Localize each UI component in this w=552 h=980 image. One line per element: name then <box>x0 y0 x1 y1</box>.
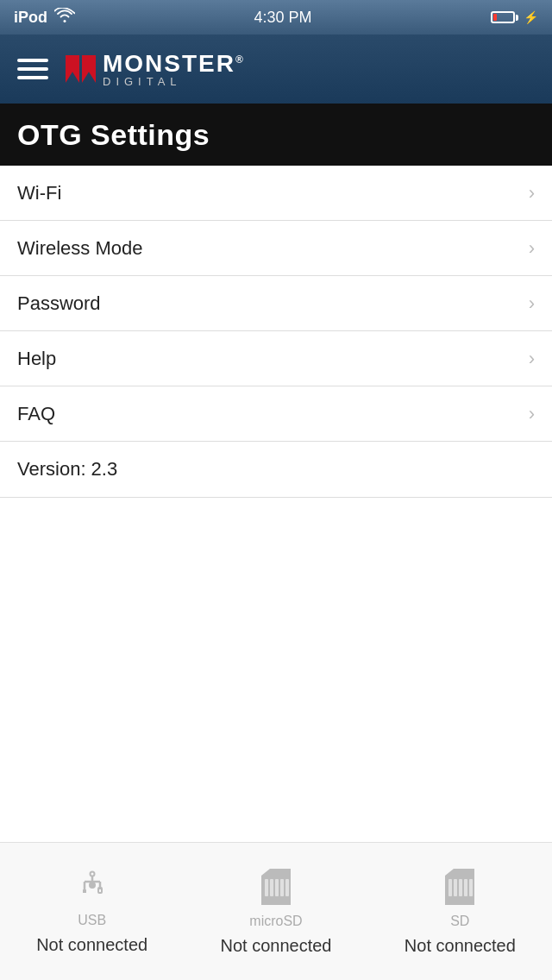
microsd-label: microSD <box>249 914 302 929</box>
chevron-right-icon: › <box>529 292 535 315</box>
settings-row-label: Help <box>17 348 56 370</box>
microsd-status-text: Not connected <box>221 936 332 956</box>
svg-rect-10 <box>275 879 279 896</box>
logo-digital: DIGITAL <box>103 76 245 87</box>
svg-rect-9 <box>270 879 273 896</box>
clock: 4:30 PM <box>254 9 311 27</box>
logo-monster: MONSTER® <box>103 52 245 76</box>
svg-point-7 <box>90 871 94 876</box>
chevron-right-icon: › <box>529 348 535 370</box>
settings-row-password[interactable]: Password› <box>0 276 552 331</box>
sd-status-item: SD Not connected <box>368 867 552 956</box>
logo: MONSTER® DIGITAL <box>66 52 245 87</box>
charging-bolt: ⚡ <box>524 10 538 24</box>
hamburger-button[interactable] <box>17 59 48 79</box>
microsd-icon <box>260 867 292 910</box>
carrier-label: iPod <box>14 9 47 27</box>
usb-icon <box>76 869 109 909</box>
settings-row-label: Wi-Fi <box>17 182 61 204</box>
sd-label: SD <box>450 914 469 929</box>
settings-row-label: Password <box>17 292 101 315</box>
sd-icon-area: SD <box>443 867 476 929</box>
settings-list: Wi-Fi›Wireless Mode›Password›Help›FAQ›Ve… <box>0 166 552 498</box>
microsd-icon-area: microSD <box>249 867 302 929</box>
svg-rect-5 <box>83 889 86 893</box>
settings-row-label: Version: 2.3 <box>17 458 117 481</box>
settings-row-help[interactable]: Help› <box>0 331 552 386</box>
logo-text: MONSTER® DIGITAL <box>103 52 245 87</box>
page-title: OTG Settings <box>17 118 210 152</box>
svg-rect-16 <box>464 879 467 896</box>
svg-rect-12 <box>285 879 289 896</box>
settings-row-label: Wireless Mode <box>17 237 142 260</box>
usb-status-item: USB Not connected <box>0 869 184 955</box>
svg-rect-6 <box>98 888 102 893</box>
chevron-right-icon: › <box>529 237 535 260</box>
settings-row-version--2-3: Version: 2.3 <box>0 442 552 497</box>
sd-icon <box>443 867 476 910</box>
svg-rect-15 <box>459 879 462 896</box>
nav-bar: MONSTER® DIGITAL <box>0 35 552 104</box>
svg-rect-11 <box>280 879 284 896</box>
wifi-icon <box>54 8 75 28</box>
svg-rect-17 <box>469 879 473 896</box>
svg-rect-14 <box>454 879 457 896</box>
page-title-bar: OTG Settings <box>0 104 552 166</box>
microsd-status-item: microSD Not connected <box>184 867 367 956</box>
svg-rect-8 <box>265 879 268 896</box>
carrier-wifi: iPod <box>14 8 75 28</box>
sd-status-text: Not connected <box>405 936 516 956</box>
chevron-right-icon: › <box>529 403 535 425</box>
battery-area: ⚡ <box>491 10 538 24</box>
usb-status-text: Not connected <box>36 935 147 955</box>
svg-rect-13 <box>448 879 452 896</box>
battery-icon <box>491 11 518 23</box>
settings-row-faq[interactable]: FAQ› <box>0 386 552 442</box>
usb-label: USB <box>78 913 106 928</box>
usb-icon-area: USB <box>76 869 109 928</box>
chevron-right-icon: › <box>529 182 535 204</box>
settings-row-wireless-mode[interactable]: Wireless Mode› <box>0 221 552 276</box>
status-bar: iPod 4:30 PM ⚡ <box>0 0 552 35</box>
logo-m-icon <box>66 55 96 83</box>
bottom-status-bar: USB Not connected microSD Not connected <box>0 842 552 980</box>
settings-row-label: FAQ <box>17 403 55 425</box>
settings-row-wi-fi[interactable]: Wi-Fi› <box>0 166 552 221</box>
